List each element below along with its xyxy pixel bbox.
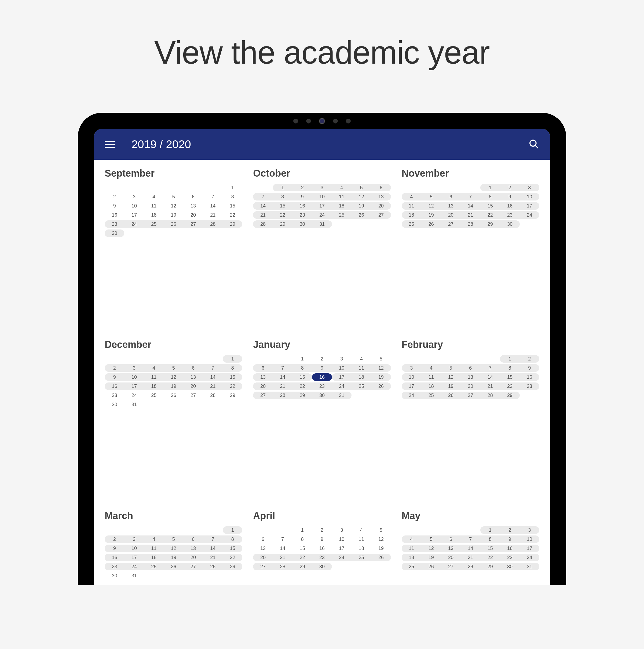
day-cell[interactable]: 7 xyxy=(203,193,223,201)
day-cell[interactable]: 2 xyxy=(312,526,332,534)
day-cell[interactable]: 3 xyxy=(402,364,421,372)
day-cell[interactable]: 2 xyxy=(105,535,124,543)
day-cell[interactable]: 30 xyxy=(500,220,519,228)
day-cell[interactable]: 30 xyxy=(500,563,519,570)
day-cell[interactable]: 21 xyxy=(273,383,292,390)
day-cell[interactable]: 23 xyxy=(520,383,539,390)
day-cell[interactable]: 11 xyxy=(352,364,371,372)
day-cell[interactable]: 5 xyxy=(371,355,391,362)
day-cell[interactable]: 17 xyxy=(520,202,539,210)
day-cell[interactable]: 4 xyxy=(352,526,371,534)
day-cell[interactable]: 20 xyxy=(253,383,273,390)
day-cell[interactable]: 15 xyxy=(223,202,242,210)
day-cell[interactable]: 22 xyxy=(223,554,242,561)
day-cell[interactable]: 30 xyxy=(105,572,124,579)
day-cell[interactable]: 26 xyxy=(421,220,441,228)
day-cell[interactable]: 27 xyxy=(183,392,203,399)
day-cell[interactable]: 29 xyxy=(223,392,242,399)
day-cell[interactable]: 4 xyxy=(144,193,164,201)
day-cell[interactable]: 19 xyxy=(352,202,371,210)
day-cell[interactable]: 3 xyxy=(520,526,539,534)
day-cell[interactable]: 12 xyxy=(371,535,391,543)
day-cell[interactable]: 4 xyxy=(421,364,441,372)
day-cell[interactable]: 30 xyxy=(105,229,124,237)
day-cell[interactable]: 14 xyxy=(461,545,480,552)
day-cell[interactable]: 24 xyxy=(520,554,539,561)
day-cell[interactable]: 2 xyxy=(292,184,312,191)
day-cell[interactable]: 30 xyxy=(312,563,332,570)
day-cell[interactable]: 9 xyxy=(105,373,124,381)
day-cell[interactable]: 25 xyxy=(421,392,441,399)
day-cell[interactable]: 18 xyxy=(402,211,421,219)
day-cell[interactable]: 14 xyxy=(461,202,480,210)
day-cell[interactable]: 8 xyxy=(292,364,312,372)
day-cell[interactable]: 10 xyxy=(332,364,352,372)
day-cell[interactable]: 26 xyxy=(371,554,391,561)
day-cell[interactable]: 20 xyxy=(371,202,391,210)
day-cell[interactable]: 1 xyxy=(500,355,519,362)
day-cell[interactable]: 12 xyxy=(164,545,183,552)
day-cell[interactable]: 29 xyxy=(480,563,500,570)
day-cell[interactable]: 31 xyxy=(124,572,144,579)
day-cell[interactable]: 21 xyxy=(253,211,273,219)
day-cell[interactable]: 22 xyxy=(500,383,519,390)
day-cell[interactable]: 18 xyxy=(144,211,164,219)
day-cell[interactable]: 24 xyxy=(332,383,352,390)
day-cell[interactable]: 8 xyxy=(223,193,242,201)
day-cell[interactable]: 28 xyxy=(273,392,292,399)
day-cell[interactable]: 25 xyxy=(144,563,164,570)
day-cell[interactable]: 18 xyxy=(402,554,421,561)
day-cell[interactable]: 26 xyxy=(164,392,183,399)
day-cell[interactable]: 11 xyxy=(332,193,352,201)
day-cell[interactable]: 25 xyxy=(332,211,352,219)
day-cell[interactable]: 3 xyxy=(520,184,539,191)
day-cell[interactable]: 20 xyxy=(461,383,480,390)
day-cell[interactable]: 11 xyxy=(144,373,164,381)
day-cell[interactable]: 12 xyxy=(441,373,460,381)
day-cell[interactable]: 24 xyxy=(124,563,144,570)
day-cell[interactable]: 20 xyxy=(183,383,203,390)
day-cell[interactable]: 17 xyxy=(124,383,144,390)
day-cell[interactable]: 14 xyxy=(203,373,223,381)
day-cell[interactable]: 23 xyxy=(105,563,124,570)
day-cell[interactable]: 6 xyxy=(183,535,203,543)
day-cell[interactable]: 3 xyxy=(124,193,144,201)
day-cell[interactable]: 17 xyxy=(124,554,144,561)
day-cell[interactable]: 30 xyxy=(105,401,124,408)
day-cell[interactable]: 5 xyxy=(421,535,441,543)
day-cell[interactable]: 22 xyxy=(273,211,292,219)
day-cell[interactable]: 21 xyxy=(273,554,292,561)
day-cell[interactable]: 14 xyxy=(203,202,223,210)
day-cell[interactable]: 4 xyxy=(144,364,164,372)
day-cell[interactable]: 6 xyxy=(371,184,391,191)
day-cell[interactable]: 7 xyxy=(273,364,292,372)
day-cell[interactable]: 8 xyxy=(223,364,242,372)
day-cell[interactable]: 7 xyxy=(461,193,480,201)
day-cell[interactable]: 4 xyxy=(402,535,421,543)
day-cell[interactable]: 24 xyxy=(332,554,352,561)
day-cell[interactable]: 17 xyxy=(332,373,352,381)
day-cell[interactable]: 23 xyxy=(292,211,312,219)
day-cell[interactable]: 3 xyxy=(124,364,144,372)
day-cell[interactable]: 9 xyxy=(520,364,539,372)
day-cell[interactable]: 24 xyxy=(124,392,144,399)
day-cell[interactable]: 12 xyxy=(421,545,441,552)
day-cell[interactable]: 10 xyxy=(124,202,144,210)
day-cell[interactable]: 8 xyxy=(292,535,312,543)
day-cell[interactable]: 1 xyxy=(223,355,242,362)
day-cell[interactable]: 15 xyxy=(500,373,519,381)
day-cell[interactable]: 15 xyxy=(292,545,312,552)
day-cell[interactable]: 16 xyxy=(520,373,539,381)
day-cell[interactable]: 27 xyxy=(253,563,273,570)
day-cell[interactable]: 7 xyxy=(480,364,500,372)
day-cell[interactable]: 27 xyxy=(183,563,203,570)
day-cell[interactable]: 16 xyxy=(105,383,124,390)
day-cell[interactable]: 3 xyxy=(332,355,352,362)
day-cell[interactable]: 6 xyxy=(253,364,273,372)
day-cell[interactable]: 13 xyxy=(371,193,391,201)
day-cell[interactable]: 11 xyxy=(402,202,421,210)
day-cell[interactable]: 4 xyxy=(352,355,371,362)
day-cell[interactable]: 2 xyxy=(312,355,332,362)
day-cell[interactable]: 21 xyxy=(461,554,480,561)
day-cell[interactable]: 25 xyxy=(144,220,164,228)
